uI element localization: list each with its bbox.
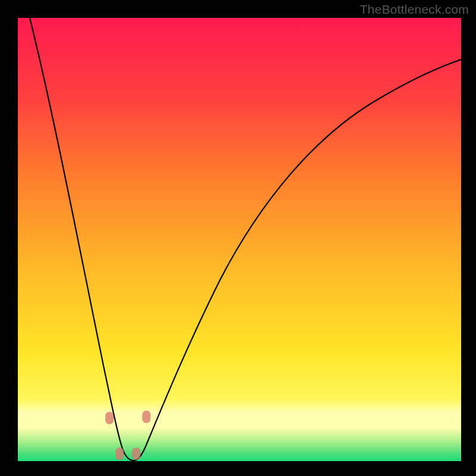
curve-marker <box>105 412 114 424</box>
curve-marker <box>132 447 140 460</box>
bottleneck-curve <box>18 18 461 461</box>
curve-path <box>30 18 461 461</box>
curve-marker <box>115 447 124 460</box>
watermark-text: TheBottleneck.com <box>360 2 469 17</box>
curve-marker <box>142 411 151 423</box>
chart-frame <box>18 18 461 461</box>
